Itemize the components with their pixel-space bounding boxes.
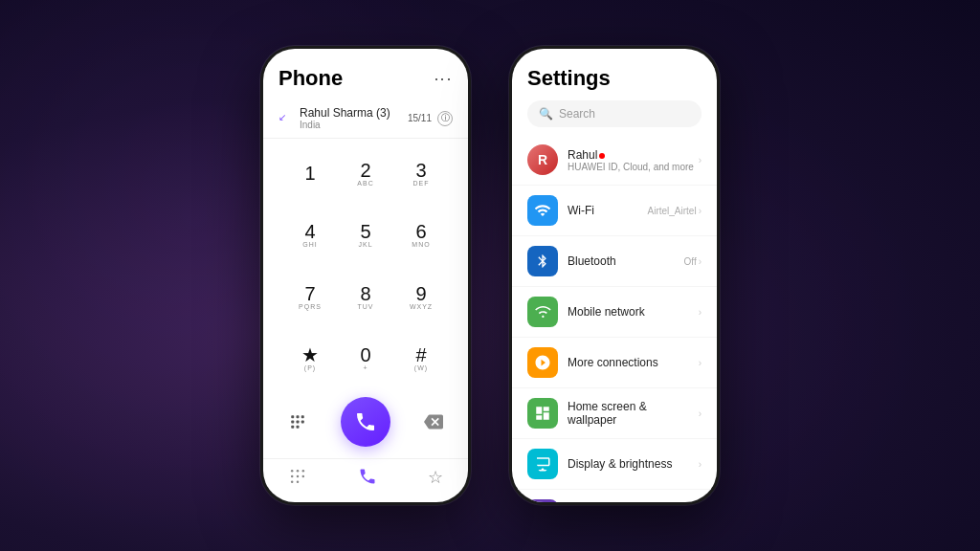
sound-icon	[527, 499, 558, 502]
profile-name: Rahul	[568, 148, 699, 162]
dialer-screen: Phone ⋮ ↙ Rahul Sharma (3) India 15/11 ⓘ	[263, 49, 468, 502]
svg-rect-1	[297, 415, 300, 418]
contact-name: Rahul Sharma (3)	[300, 106, 390, 120]
homescreen-icon	[527, 398, 558, 429]
key-7[interactable]: 7 PQRS	[282, 266, 338, 328]
svg-point-8	[291, 470, 294, 473]
nav-call-icon[interactable]	[358, 467, 377, 491]
dots-menu-icon[interactable]: ⋮	[433, 71, 454, 90]
svg-point-13	[302, 475, 305, 478]
contact-right: 15/11 ⓘ	[408, 111, 453, 126]
settings-item-sound[interactable]: Sounds & vibration ›	[512, 490, 717, 502]
svg-point-14	[291, 481, 294, 484]
homescreen-content: Home screen & wallpaper	[568, 400, 699, 427]
dialer-actions	[263, 389, 468, 458]
nav-dialpad-icon[interactable]	[288, 467, 307, 491]
bluetooth-icon	[527, 246, 558, 276]
key-0[interactable]: 0 +	[338, 328, 393, 390]
key-8[interactable]: 8 TUV	[338, 266, 393, 328]
wifi-status: Airtel_Airtel ›	[648, 206, 702, 216]
settings-item-profile[interactable]: R Rahul HUAWEI ID, Cloud, and more ›	[512, 135, 717, 186]
mobile-network-icon	[527, 297, 558, 327]
profile-content: Rahul HUAWEI ID, Cloud, and more	[568, 148, 699, 172]
svg-point-9	[297, 470, 300, 473]
svg-rect-0	[291, 415, 294, 418]
settings-item-homescreen[interactable]: Home screen & wallpaper ›	[512, 388, 717, 439]
settings-item-wifi[interactable]: Wi-Fi Airtel_Airtel ›	[512, 186, 717, 236]
delete-icon[interactable]	[418, 407, 449, 437]
key-3[interactable]: 3 DEF	[393, 143, 449, 205]
chevron-right-icon: ›	[699, 358, 702, 368]
phones-container: Phone ⋮ ↙ Rahul Sharma (3) India 15/11 ⓘ	[260, 46, 720, 505]
key-hash[interactable]: # (W)	[393, 328, 449, 390]
svg-rect-4	[297, 421, 300, 424]
profile-sub: HUAWEI ID, Cloud, and more	[568, 162, 699, 172]
recent-contact-row[interactable]: ↙ Rahul Sharma (3) India 15/11 ⓘ	[263, 99, 468, 139]
svg-rect-5	[301, 421, 304, 424]
info-button[interactable]: ⓘ	[437, 111, 453, 126]
svg-point-10	[302, 470, 305, 473]
key-9[interactable]: 9 WXYZ	[393, 266, 449, 328]
settings-item-display[interactable]: Display & brightness ›	[512, 439, 717, 490]
call-button[interactable]	[341, 397, 390, 447]
search-icon: 🔍	[539, 107, 553, 121]
svg-point-15	[297, 481, 300, 484]
settings-list: R Rahul HUAWEI ID, Cloud, and more ›	[512, 135, 717, 502]
svg-point-11	[291, 475, 294, 478]
bottom-navigation: ☆	[263, 458, 468, 502]
missed-call-icon: ↙	[278, 112, 292, 125]
bluetooth-content: Bluetooth	[568, 254, 684, 268]
chevron-right-icon: ›	[699, 206, 702, 216]
settings-item-mobile[interactable]: Mobile network ›	[512, 287, 717, 338]
bluetooth-status: Off ›	[684, 256, 702, 267]
nav-favorites-icon[interactable]: ☆	[428, 467, 443, 491]
connections-icon	[527, 347, 558, 378]
wifi-content: Wi-Fi	[568, 204, 648, 217]
key-star[interactable]: ★ (P)	[282, 328, 338, 390]
mobile-content: Mobile network	[568, 305, 699, 319]
profile-avatar: R	[527, 144, 558, 175]
settings-item-connections[interactable]: More connections ›	[512, 338, 717, 388]
keypad: 1 2 ABC 3 DEF 4 GHI	[263, 143, 468, 389]
phone-dialer: Phone ⋮ ↙ Rahul Sharma (3) India 15/11 ⓘ	[260, 46, 471, 505]
bluetooth-label: Bluetooth	[568, 254, 684, 268]
svg-rect-6	[291, 426, 294, 429]
display-icon	[527, 449, 558, 479]
key-6[interactable]: 6 MNO	[393, 205, 449, 267]
settings-title: Settings	[527, 66, 611, 90]
notification-dot	[599, 153, 605, 159]
key-2[interactable]: 2 ABC	[338, 143, 393, 205]
settings-header: Settings	[512, 49, 717, 100]
dialer-header: Phone ⋮	[263, 49, 468, 99]
display-content: Display & brightness	[568, 457, 699, 471]
chevron-right-icon: ›	[699, 307, 702, 318]
settings-screen: Settings 🔍 Search R Rahul HUAWEI ID, Clo…	[512, 49, 717, 502]
svg-point-12	[297, 475, 300, 478]
chevron-right-icon: ›	[699, 459, 702, 470]
contact-left: ↙ Rahul Sharma (3) India	[278, 106, 390, 130]
contact-country: India	[300, 120, 390, 130]
svg-rect-2	[301, 415, 304, 418]
connections-label: More connections	[568, 356, 699, 369]
key-1[interactable]: 1	[282, 143, 338, 205]
connections-content: More connections	[568, 356, 699, 369]
display-label: Display & brightness	[568, 457, 699, 471]
wifi-label: Wi-Fi	[568, 204, 648, 217]
key-4[interactable]: 4 GHI	[282, 205, 338, 267]
key-5[interactable]: 5 JKL	[338, 205, 393, 267]
homescreen-label: Home screen & wallpaper	[568, 400, 699, 427]
mobile-label: Mobile network	[568, 305, 699, 319]
svg-rect-7	[297, 426, 300, 429]
svg-rect-3	[291, 421, 294, 424]
chevron-right-icon: ›	[699, 256, 702, 267]
dialer-title: Phone	[278, 66, 343, 91]
chevron-right-icon: ›	[699, 408, 702, 419]
settings-item-bluetooth[interactable]: Bluetooth Off ›	[512, 236, 717, 287]
call-count: 15/11	[408, 113, 432, 123]
search-placeholder: Search	[559, 107, 595, 121]
settings-search-bar[interactable]: 🔍 Search	[527, 100, 702, 127]
chevron-right-icon: ›	[699, 155, 702, 165]
contact-info: Rahul Sharma (3) India	[300, 106, 390, 130]
dialpad-icon[interactable]	[282, 407, 313, 437]
phone-settings: Settings 🔍 Search R Rahul HUAWEI ID, Clo…	[509, 46, 720, 505]
